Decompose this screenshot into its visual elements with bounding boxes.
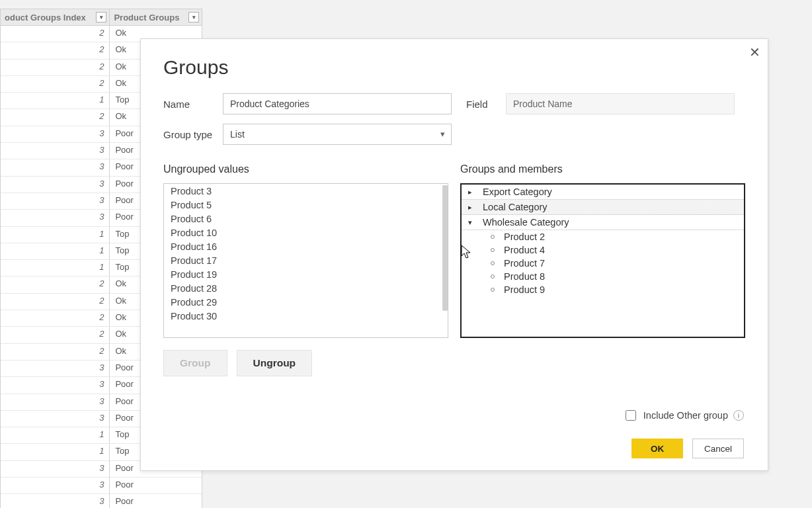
- bullet-icon: [491, 288, 495, 292]
- name-label: Name: [163, 99, 223, 110]
- member-label: Product 9: [504, 284, 545, 295]
- cell-index: 3: [1, 461, 110, 477]
- group-member[interactable]: Product 9: [491, 283, 744, 296]
- cell-index: 3: [1, 411, 110, 427]
- cell-index: 2: [1, 26, 110, 42]
- bullet-icon: [491, 248, 495, 252]
- cell-index: 1: [1, 427, 110, 443]
- name-input[interactable]: [223, 93, 452, 114]
- cell-index: 3: [1, 360, 110, 376]
- cell-index: 1: [1, 444, 110, 460]
- dialog-title: Groups: [163, 56, 745, 79]
- tree-expand-icon[interactable]: ▸: [468, 188, 476, 196]
- group-name: Local Category: [483, 202, 548, 212]
- field-readonly: Product Name: [506, 93, 735, 114]
- cell-index: 1: [1, 243, 110, 259]
- close-icon[interactable]: ✕: [745, 43, 764, 62]
- cell-index: 3: [1, 377, 110, 393]
- member-label: Product 2: [504, 232, 545, 242]
- cell-index: 2: [1, 294, 110, 310]
- group-type-label: Group type: [163, 129, 223, 140]
- cancel-button[interactable]: Cancel: [692, 439, 744, 458]
- cell-group: Poor: [110, 478, 202, 493]
- list-item[interactable]: Product 28: [164, 281, 448, 295]
- cell-index: 2: [1, 109, 110, 125]
- cell-index: 2: [1, 310, 110, 326]
- include-other-label: Include Other group: [643, 410, 728, 421]
- table-header-row: oduct Groups Index ▾ Product Groups ▾: [1, 9, 202, 26]
- cell-index: 1: [1, 227, 110, 243]
- tree-expand-icon[interactable]: ▾: [468, 218, 476, 227]
- ungrouped-values-list[interactable]: Product 3Product 5Product 6Product 10Pro…: [163, 183, 448, 338]
- group-name: Wholesale Category: [483, 217, 569, 228]
- cell-index: 2: [1, 344, 110, 360]
- field-label: Field: [466, 99, 506, 110]
- cell-index: 3: [1, 210, 110, 226]
- info-icon[interactable]: i: [733, 410, 744, 421]
- cell-index: 3: [1, 494, 110, 508]
- list-item[interactable]: Product 3: [164, 184, 448, 198]
- bullet-icon: [491, 235, 495, 239]
- group-name: Export Category: [483, 187, 552, 197]
- groups-members-tree[interactable]: ▸Export Category▸Local Category▾Wholesal…: [460, 183, 745, 338]
- cell-index: 2: [1, 327, 110, 343]
- list-item[interactable]: Product 5: [164, 198, 448, 212]
- cell-index: 1: [1, 260, 110, 276]
- bullet-icon: [491, 275, 495, 278]
- list-item[interactable]: Product 19: [164, 267, 448, 281]
- column-header-index-label: oduct Groups Index: [5, 13, 86, 22]
- ungrouped-values-title: Ungrouped values: [163, 163, 448, 175]
- cell-index: 3: [1, 177, 110, 192]
- column-header-group[interactable]: Product Groups ▾: [110, 9, 202, 25]
- cell-index: 3: [1, 478, 110, 493]
- group-member[interactable]: Product 8: [491, 270, 744, 283]
- list-item[interactable]: Product 16: [164, 239, 448, 253]
- scrollbar[interactable]: [441, 184, 448, 337]
- member-label: Product 7: [504, 258, 545, 269]
- ungroup-button[interactable]: Ungroup: [237, 350, 313, 376]
- cell-index: 3: [1, 143, 110, 159]
- list-item[interactable]: Product 10: [164, 226, 448, 239]
- cell-index: 2: [1, 76, 110, 92]
- scrollbar-thumb[interactable]: [442, 185, 448, 311]
- member-label: Product 8: [504, 271, 545, 282]
- groups-dialog: ✕ Groups Name Field Product Name Group t…: [140, 38, 768, 471]
- list-item[interactable]: Product 17: [164, 253, 448, 267]
- cell-index: 2: [1, 60, 110, 75]
- column-filter-dropdown-icon[interactable]: ▾: [188, 12, 199, 22]
- ok-button[interactable]: OK: [631, 439, 683, 458]
- group-node[interactable]: ▸Export Category: [462, 185, 744, 200]
- cell-index: 1: [1, 93, 110, 108]
- list-item[interactable]: Product 6: [164, 212, 448, 226]
- cell-group: Poor: [110, 494, 202, 508]
- group-member[interactable]: Product 2: [491, 230, 744, 243]
- include-other-checkbox[interactable]: [626, 410, 636, 421]
- cell-index: 3: [1, 159, 110, 175]
- cell-index: 2: [1, 276, 110, 292]
- group-button[interactable]: Group: [163, 350, 227, 376]
- column-header-group-label: Product Groups: [114, 13, 179, 22]
- table-row[interactable]: 3Poor: [1, 494, 202, 508]
- tree-expand-icon[interactable]: ▸: [468, 203, 476, 212]
- table-row[interactable]: 3Poor: [1, 478, 202, 494]
- column-header-index[interactable]: oduct Groups Index ▾: [1, 9, 110, 25]
- cell-index: 3: [1, 126, 110, 142]
- group-node[interactable]: ▾Wholesale Category: [462, 215, 744, 230]
- cell-index: 3: [1, 193, 110, 209]
- group-type-select[interactable]: [223, 124, 452, 145]
- cell-index: 2: [1, 42, 110, 58]
- cell-index: 3: [1, 394, 110, 410]
- list-item[interactable]: Product 30: [164, 309, 448, 323]
- group-member[interactable]: Product 7: [491, 257, 744, 270]
- member-label: Product 4: [504, 245, 545, 255]
- group-node[interactable]: ▸Local Category: [462, 200, 744, 215]
- column-filter-dropdown-icon[interactable]: ▾: [96, 12, 106, 22]
- bullet-icon: [491, 261, 495, 265]
- groups-members-title: Groups and members: [460, 163, 745, 175]
- group-member[interactable]: Product 4: [491, 243, 744, 257]
- list-item[interactable]: Product 29: [164, 295, 448, 309]
